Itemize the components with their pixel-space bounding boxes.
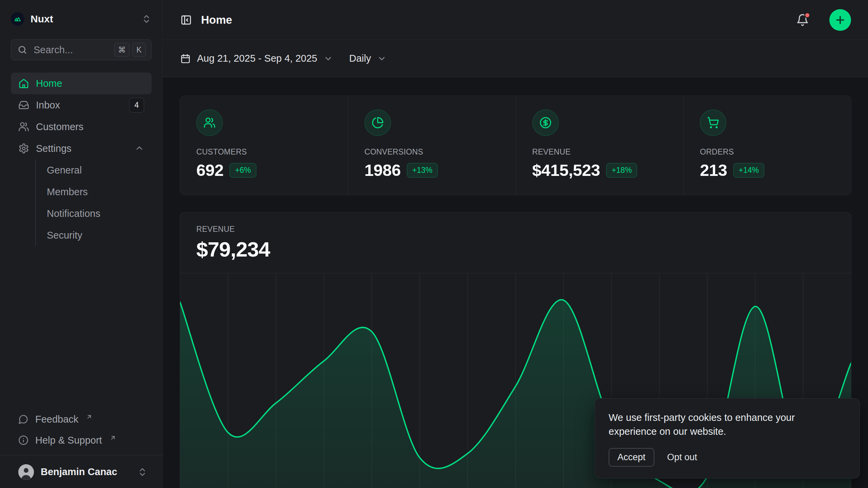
- stat-customers[interactable]: CUSTOMERS 692 +6%: [180, 96, 348, 195]
- revenue-chart-value: $79,234: [196, 237, 835, 261]
- stat-conversions[interactable]: CONVERSIONS 1986 +13%: [348, 96, 516, 195]
- sidebar-item-general[interactable]: General: [36, 159, 152, 181]
- users-icon: [196, 109, 223, 136]
- home-icon: [18, 78, 29, 89]
- users-icon: [18, 121, 29, 132]
- help-support-link[interactable]: Help & Support: [11, 430, 152, 451]
- inbox-count-badge: 4: [129, 98, 144, 113]
- filters-toolbar: Aug 21, 2025 - Sep 4, 2025 Daily: [163, 40, 868, 77]
- sidebar-item-members[interactable]: Members: [36, 181, 152, 203]
- accept-button[interactable]: Accept: [609, 448, 654, 467]
- search-input[interactable]: Search... ⌘ K: [11, 39, 152, 60]
- calendar-icon: [180, 53, 191, 64]
- avatar: [18, 464, 34, 480]
- stat-delta-badge: +14%: [733, 163, 764, 178]
- external-link-icon: [86, 413, 93, 420]
- stats-card: CUSTOMERS 692 +6% CONVERSIONS 1986 +13%: [180, 96, 851, 195]
- date-range-picker[interactable]: Aug 21, 2025 - Sep 4, 2025: [180, 53, 333, 64]
- kbd-cmd: ⌘: [114, 43, 130, 57]
- add-button[interactable]: [829, 9, 851, 31]
- sidebar-item-label: Inbox: [36, 100, 122, 111]
- page-header: Home: [163, 0, 868, 40]
- chevrons-up-down-icon: [141, 14, 152, 24]
- stat-revenue[interactable]: REVENUE $415,523 +18%: [516, 96, 684, 195]
- user-menu[interactable]: Benjamin Canac: [0, 455, 162, 488]
- opt-out-button[interactable]: Opt out: [667, 452, 697, 463]
- sidebar-item-home[interactable]: Home: [11, 73, 152, 94]
- stat-label: CUSTOMERS: [196, 147, 332, 157]
- chevron-up-icon: [135, 144, 144, 153]
- sidebar-item-label: Home: [36, 78, 144, 89]
- external-link-icon: [110, 434, 116, 441]
- page-title: Home: [201, 14, 787, 26]
- feedback-label: Feedback: [35, 414, 78, 425]
- chevrons-up-down-icon: [137, 467, 147, 477]
- cart-icon: [700, 109, 726, 136]
- chevron-down-icon: [323, 54, 333, 63]
- search-shortcut: ⌘ K: [114, 43, 146, 57]
- notifications-button[interactable]: [796, 14, 809, 26]
- sidebar-item-label: Customers: [36, 121, 144, 133]
- pie-chart-icon: [364, 109, 391, 136]
- search-placeholder: Search...: [34, 44, 108, 56]
- sidebar-spacer: [0, 246, 162, 409]
- revenue-chart-label: REVENUE: [196, 225, 835, 234]
- granularity-value: Daily: [349, 53, 371, 64]
- plus-icon: [834, 14, 846, 26]
- nuxt-logo: [11, 12, 24, 26]
- sidebar-item-customers[interactable]: Customers: [11, 116, 152, 138]
- notification-dot: [804, 12, 810, 18]
- sidebar-collapse-icon[interactable]: [180, 14, 192, 26]
- cookie-message: We use first-party cookies to enhance yo…: [609, 411, 832, 439]
- workspace-switcher[interactable]: Nuxt: [0, 0, 162, 35]
- sidebar-nav: Home Inbox 4 Customers: [0, 66, 162, 246]
- feedback-link[interactable]: Feedback: [11, 409, 152, 430]
- sidebar-item-notifications[interactable]: Notifications: [36, 203, 152, 224]
- granularity-select[interactable]: Daily: [349, 53, 387, 64]
- stat-label: CONVERSIONS: [364, 147, 499, 157]
- sidebar-item-settings[interactable]: Settings: [11, 138, 152, 159]
- chevron-down-icon: [377, 54, 387, 63]
- workspace-name: Nuxt: [31, 13, 135, 25]
- stat-value: 692: [196, 161, 223, 180]
- user-name: Benjamin Canac: [41, 466, 131, 477]
- stat-delta-badge: +18%: [606, 163, 637, 178]
- dollar-circle-icon: [532, 109, 559, 136]
- date-range-value: Aug 21, 2025 - Sep 4, 2025: [197, 53, 317, 64]
- help-support-label: Help & Support: [35, 435, 102, 446]
- info-circle-icon: [18, 435, 28, 445]
- settings-subnav: General Members Notifications Security: [35, 159, 152, 246]
- stat-value: 213: [700, 161, 727, 180]
- kbd-k: K: [132, 43, 146, 57]
- sidebar-item-inbox[interactable]: Inbox 4: [11, 94, 152, 116]
- sidebar: Nuxt Search... ⌘ K Home: [0, 0, 163, 488]
- stat-value: 1986: [364, 161, 401, 180]
- inbox-icon: [18, 100, 29, 110]
- stat-label: REVENUE: [532, 147, 667, 157]
- gear-icon: [18, 143, 29, 154]
- sidebar-footer: Feedback Help & Support: [0, 409, 162, 455]
- search-icon: [17, 45, 27, 55]
- stat-label: ORDERS: [700, 147, 835, 157]
- cookie-banner: We use first-party cookies to enhance yo…: [595, 398, 860, 479]
- sidebar-item-security[interactable]: Security: [36, 224, 152, 246]
- stat-value: $415,523: [532, 161, 600, 180]
- chat-bubble-icon: [18, 414, 28, 424]
- sidebar-item-label: Settings: [36, 143, 128, 154]
- stat-delta-badge: +13%: [407, 163, 438, 178]
- stat-orders[interactable]: ORDERS 213 +14%: [683, 96, 851, 195]
- stat-delta-badge: +6%: [230, 163, 256, 178]
